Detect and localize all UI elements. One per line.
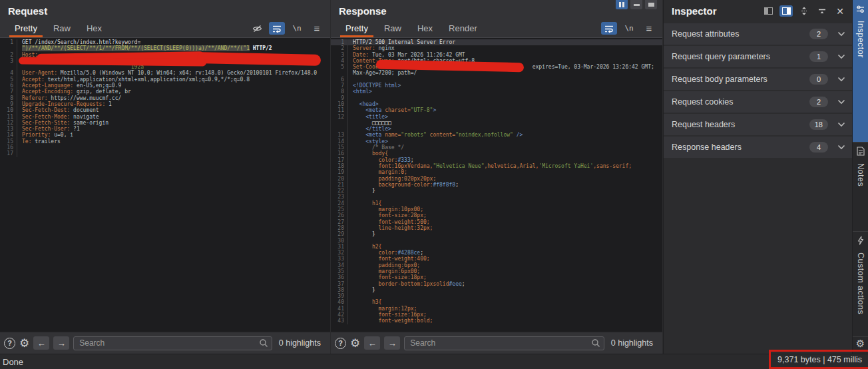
- chevron-down-icon[interactable]: [837, 77, 845, 82]
- code-line[interactable]: 17 color:#333;: [331, 157, 662, 163]
- code-line[interactable]: 35 margin:6px00;: [331, 268, 662, 274]
- code-line[interactable]: 24 h1{: [331, 200, 662, 206]
- chevron-down-icon[interactable]: [837, 31, 845, 37]
- rail-tab-custom-actions[interactable]: Custom actions: [853, 232, 868, 337]
- search-settings-gear-icon[interactable]: ⚙: [19, 338, 29, 349]
- code-line[interactable]: 41 margin:12px;: [331, 306, 662, 312]
- layout-tabs-icon[interactable]: [645, 0, 657, 9]
- newline-chars-icon[interactable]: \n: [621, 22, 637, 35]
- tab-hex[interactable]: Hex: [80, 21, 108, 37]
- code-line[interactable]: 23: [331, 194, 662, 200]
- expand-all-icon[interactable]: [797, 5, 811, 17]
- code-line[interactable]: 7Accept-Encoding: gzip, deflate, br: [0, 89, 330, 95]
- rail-tab-inspector[interactable]: Inspector: [853, 0, 868, 143]
- code-line[interactable]: 6Accept-Language: en-US,en;q=0.9: [0, 83, 330, 89]
- newline-chars-icon[interactable]: \n: [289, 22, 305, 35]
- code-line[interactable]: 9: [331, 95, 662, 101]
- code-line[interactable]: 4User-Agent: Mozilla/5.0 (Windows NT 10.…: [0, 70, 330, 76]
- layout-columns-icon[interactable]: [616, 0, 628, 9]
- code-line[interactable]: 11Sec-Fetch-Mode: navigate: [0, 114, 330, 120]
- inspector-section-request-headers[interactable]: Request headers18: [664, 114, 852, 135]
- code-line[interactable]: 19 margin:0;: [331, 169, 662, 175]
- code-line[interactable]: 5Accept: text/html,application/xhtml+xml…: [0, 77, 330, 83]
- tab-pretty[interactable]: Pretty: [339, 21, 375, 37]
- code-line[interactable]: 13Sec-Fetch-User: ?1: [0, 126, 330, 132]
- code-line[interactable]: 1HTTP/2 500 Internal Server Error: [331, 39, 662, 45]
- code-line[interactable]: 32 color:#4288ce;: [331, 250, 662, 256]
- search-settings-gear-icon[interactable]: ⚙: [350, 338, 360, 349]
- code-line[interactable]: 33 font-weight:400;: [331, 256, 662, 262]
- code-line[interactable]: 22 }: [331, 188, 662, 194]
- code-line[interactable]: 20 padding:020px20px;: [331, 176, 662, 182]
- layout-rows-icon[interactable]: [630, 0, 642, 9]
- code-line[interactable]: 43 font-weight:bold;: [331, 318, 662, 324]
- request-editor[interactable]: 1GET /index/Search/index.html?keyword=")…: [0, 38, 330, 332]
- code-line[interactable]: 38 }: [331, 287, 662, 293]
- response-editor[interactable]: 1HTTP/2 500 Internal Server Error2Server…: [331, 38, 662, 332]
- tab-pretty[interactable]: Pretty: [8, 21, 44, 37]
- request-search-input[interactable]: [73, 336, 272, 350]
- code-line[interactable]: 34 padding:6px0;: [331, 262, 662, 268]
- code-line[interactable]: 18 font:16pxVerdana,"Helvetica Neue",hel…: [331, 163, 662, 169]
- dock-right-icon[interactable]: [779, 5, 793, 17]
- code-line[interactable]: 12Sec-Fetch-Site: same-origin: [0, 120, 330, 126]
- code-line[interactable]: 15 /* Base */: [331, 145, 662, 151]
- code-line[interactable]: 27 font-weight:500;: [331, 219, 662, 225]
- code-line[interactable]: 7<!DOCTYPE html>: [331, 83, 662, 89]
- code-line[interactable]: 14 <style>: [331, 139, 662, 145]
- code-line[interactable]: 25 margin:10px00;: [331, 206, 662, 212]
- inspector-section-request-body-parameters[interactable]: Request body parameters0: [664, 69, 852, 90]
- wrap-lines-icon[interactable]: [269, 22, 285, 35]
- code-line[interactable]: 13 <meta name="robots" content="noindex,…: [331, 132, 662, 138]
- inspector-section-request-query-parameters[interactable]: Request query parameters1: [664, 46, 852, 67]
- code-line[interactable]: 6: [331, 77, 662, 83]
- code-line[interactable]: 42 font-size:16px;: [331, 312, 662, 318]
- close-icon[interactable]: ✕: [833, 5, 847, 17]
- code-line[interactable]: 40 h3{: [331, 299, 662, 305]
- search-prev-button[interactable]: ←: [33, 336, 49, 350]
- code-line[interactable]: 39: [331, 293, 662, 299]
- code-line[interactable]: ")/**/AND/**/(SELECT/**/1/**/FROM/**/(SE…: [0, 45, 330, 51]
- code-line[interactable]: 37 border-bottom:1pxsolid#eee;: [331, 281, 662, 287]
- search-prev-button[interactable]: ←: [364, 336, 380, 350]
- code-line[interactable]: 16 body{: [331, 151, 662, 157]
- chevron-down-icon[interactable]: [837, 54, 845, 59]
- code-line[interactable]: 3Date: Tue, 03 Mar 2026 11:26:42 GMT: [331, 52, 662, 58]
- tab-render[interactable]: Render: [442, 21, 484, 37]
- menu-icon[interactable]: ≡: [641, 22, 657, 35]
- wrap-lines-icon[interactable]: [601, 22, 617, 35]
- code-line[interactable]: 8<html>: [331, 89, 662, 95]
- inspector-section-request-attributes[interactable]: Request attributes2: [664, 23, 852, 45]
- tab-raw[interactable]: Raw: [47, 21, 77, 37]
- code-line[interactable]: 29 }: [331, 231, 662, 237]
- chevron-down-icon[interactable]: [837, 122, 845, 127]
- code-line[interactable]: 16: [0, 145, 330, 151]
- code-line[interactable]: 2Server: nginx: [331, 45, 662, 51]
- rail-tab-notes[interactable]: Notes: [853, 143, 868, 232]
- code-line[interactable]: 31 h2{: [331, 244, 662, 250]
- code-line[interactable]: 14Priority: u=0, i: [0, 132, 330, 138]
- tab-raw[interactable]: Raw: [377, 21, 408, 37]
- code-line[interactable]: 28 line-height:32px;: [331, 225, 662, 231]
- code-line[interactable]: 30: [331, 238, 662, 244]
- code-line[interactable]: 1GET /index/Search/index.html?keyword=: [0, 39, 330, 45]
- code-line[interactable]: 15Te: trailers: [0, 139, 330, 145]
- code-line[interactable]: 21 background-color:#f8f8f8;: [331, 182, 662, 188]
- search-next-button[interactable]: →: [384, 336, 400, 350]
- help-icon[interactable]: ?: [4, 338, 15, 349]
- code-line[interactable]: 8Referer: https://www.muucmf.cc/: [0, 95, 330, 101]
- collapse-all-icon[interactable]: [815, 5, 829, 17]
- code-line[interactable]: 26 font-size:28px;: [331, 212, 662, 218]
- code-line[interactable]: 10 <head>: [331, 101, 662, 107]
- response-search-input[interactable]: [404, 336, 604, 350]
- code-line[interactable]: </title>: [331, 126, 662, 132]
- code-line[interactable]: 11 <meta charset="UTF-8">: [331, 107, 662, 113]
- eye-slash-icon[interactable]: [249, 22, 265, 35]
- code-line[interactable]: 10Sec-Fetch-Dest: document: [0, 107, 330, 113]
- dock-left-icon[interactable]: [761, 5, 775, 17]
- code-line[interactable]: □□□□□□: [331, 120, 662, 126]
- inspector-section-request-cookies[interactable]: Request cookies2: [664, 91, 852, 113]
- search-next-button[interactable]: →: [53, 336, 69, 350]
- code-line[interactable]: 36 font-size:18px;: [331, 274, 662, 280]
- tab-hex[interactable]: Hex: [411, 21, 439, 37]
